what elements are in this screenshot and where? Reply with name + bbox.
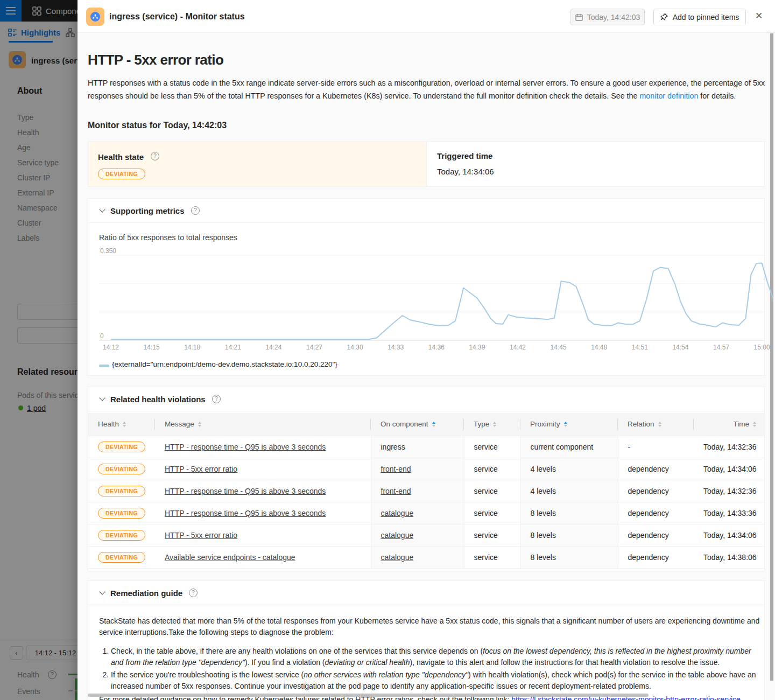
vertical-scrollbar[interactable]: [769, 33, 775, 700]
proximity-cell: current component: [531, 443, 594, 451]
health-badge: DEVIATING: [98, 486, 145, 496]
close-icon[interactable]: ✕: [753, 11, 764, 22]
health-badge: DEVIATING: [98, 442, 145, 452]
proximity-cell: 4 levels: [531, 465, 556, 473]
health-badge: DEVIATING: [98, 508, 145, 519]
time-cell: Today, 14:34:06: [703, 531, 757, 540]
remediation-step: Check, in the table above, if there are …: [111, 646, 760, 668]
sort-icon[interactable]: [123, 422, 126, 427]
remediation-guide-section: Remediation guide ? StackState has detec…: [88, 580, 765, 700]
svg-text:0.350: 0.350: [100, 247, 116, 255]
pin-icon: [660, 13, 668, 21]
svg-text:14:24: 14:24: [265, 344, 281, 351]
svg-text:14:48: 14:48: [591, 344, 607, 351]
type-cell: service: [474, 487, 498, 495]
related-health-violations-help-icon[interactable]: ?: [212, 395, 221, 403]
related-health-violations-section: Related health violations ? HealthMessag…: [88, 387, 765, 571]
sort-icon[interactable]: [493, 422, 496, 427]
related-health-violations-header[interactable]: Related health violations ?: [88, 387, 764, 411]
remediation-step: If the service you're troubleshooting is…: [111, 669, 760, 692]
relation-cell: dependency: [628, 553, 669, 562]
component-link[interactable]: catalogue: [381, 553, 414, 562]
svg-text:14:30: 14:30: [347, 344, 363, 351]
time-cell: Today, 14:34:06: [703, 465, 757, 473]
health-state-label: Health state: [98, 152, 144, 162]
component-link[interactable]: catalogue: [381, 509, 414, 517]
triggered-time-label: Triggered time: [437, 151, 492, 160]
column-header-relation[interactable]: Relation: [618, 413, 694, 436]
remediation-guide-header[interactable]: Remediation guide ?: [88, 581, 764, 605]
related-health-violations-title: Related health violations: [110, 395, 206, 404]
violation-message-link[interactable]: Available service endpoints - catalogue: [165, 553, 295, 562]
svg-text:14:36: 14:36: [428, 344, 445, 351]
add-to-pinned-button[interactable]: Add to pinned items: [653, 9, 746, 25]
type-cell: service: [474, 443, 498, 451]
component-link[interactable]: catalogue: [381, 531, 414, 540]
violation-row: DEVIATINGAvailable service endpoints - c…: [88, 546, 765, 568]
column-header-health[interactable]: Health: [88, 413, 155, 436]
violation-message-link[interactable]: HTTP - response time - Q95 is above 3 se…: [165, 509, 326, 517]
sort-icon[interactable]: [564, 422, 567, 427]
supporting-metrics-section: Supporting metrics ? Ratio of 5xx respon…: [88, 198, 765, 376]
triggered-time-value: Today, 14:34:06: [437, 167, 494, 176]
health-badge: DEVIATING: [98, 530, 145, 541]
chevron-down-icon: [99, 395, 105, 401]
column-header-message[interactable]: Message: [155, 413, 371, 436]
svg-text:14:15: 14:15: [144, 344, 160, 351]
chevron-down-icon: [99, 589, 105, 594]
sort-icon[interactable]: [198, 422, 201, 427]
violation-row: DEVIATINGHTTP - response time - Q95 is a…: [88, 480, 765, 502]
supporting-metrics-help-icon[interactable]: ?: [191, 206, 200, 215]
calendar-icon: [575, 13, 583, 21]
horizontal-scrollbar-thumb[interactable]: [88, 694, 649, 697]
chart-title: Ratio of 5xx responses to total response…: [99, 233, 237, 242]
remediation-guide-title: Remediation guide: [110, 589, 182, 598]
violation-message-link[interactable]: HTTP - response time - Q95 is above 3 se…: [165, 487, 326, 495]
svg-text:14:39: 14:39: [469, 344, 485, 351]
health-badge: DEVIATING: [98, 464, 145, 474]
column-header-type[interactable]: Type: [464, 413, 520, 436]
remediation-guide-help-icon[interactable]: ?: [189, 589, 198, 597]
remediation-paragraph: StackState has detected that more than 5…: [99, 615, 760, 638]
type-cell: service: [474, 553, 498, 562]
svg-text:14:57: 14:57: [713, 344, 729, 351]
type-cell: service: [474, 509, 498, 517]
time-cell: Today, 14:33:36: [703, 509, 757, 517]
modal-title: ingress (service) - Monitor status: [109, 12, 245, 22]
sort-icon[interactable]: [658, 422, 661, 427]
type-cell: service: [474, 465, 498, 473]
column-header-proximity[interactable]: Proximity: [520, 413, 618, 436]
health-state-panel: Health state ? DEVIATING Triggered time …: [88, 141, 765, 187]
svg-text:14:21: 14:21: [225, 344, 241, 351]
supporting-metrics-header[interactable]: Supporting metrics ?: [88, 199, 764, 223]
proximity-cell: 8 levels: [531, 531, 556, 540]
svg-text:14:27: 14:27: [306, 344, 322, 351]
violation-message-link[interactable]: HTTP - response time - Q95 is above 3 se…: [165, 443, 326, 451]
app: Components Highlights ingress (servic Ab…: [0, 0, 775, 700]
relation-cell: dependency: [628, 509, 669, 517]
health-badge: DEVIATING: [98, 552, 145, 563]
violation-row: DEVIATINGHTTP - response time - Q95 is a…: [88, 502, 765, 524]
time-cell: Today, 14:32:36: [703, 487, 757, 495]
violation-message-link[interactable]: HTTP - 5xx error ratio: [165, 531, 237, 540]
component-link[interactable]: front-end: [381, 487, 411, 495]
violation-message-link[interactable]: HTTP - 5xx error ratio: [165, 465, 237, 473]
violation-row: DEVIATINGHTTP - response time - Q95 is a…: [88, 436, 765, 458]
datetime-button[interactable]: Today, 14:42:03: [570, 9, 645, 25]
modal-header: ingress (service) - Monitor status Today…: [78, 0, 775, 33]
svg-text:15:00: 15:00: [754, 344, 770, 351]
proximity-cell: 8 levels: [531, 553, 556, 562]
sort-icon[interactable]: [432, 422, 435, 427]
sort-icon[interactable]: [753, 422, 756, 427]
violation-row: DEVIATINGHTTP - 5xx error ratiofront-end…: [88, 458, 765, 480]
page-title: HTTP - 5xx error ratio: [88, 52, 223, 68]
violations-table: HealthMessageOn componentTypeProximityRe…: [88, 413, 765, 569]
supporting-metrics-title: Supporting metrics: [110, 206, 185, 215]
monitor-definition-link[interactable]: monitor definition: [639, 92, 698, 100]
time-cell: Today, 14:38:06: [703, 553, 757, 562]
remediation-text: StackState has detected that more than 5…: [99, 615, 760, 693]
column-header-time[interactable]: Time: [694, 413, 765, 436]
component-link[interactable]: front-end: [381, 465, 411, 473]
column-header-on-component[interactable]: On component: [371, 413, 464, 436]
health-state-help-icon[interactable]: ?: [151, 152, 159, 160]
